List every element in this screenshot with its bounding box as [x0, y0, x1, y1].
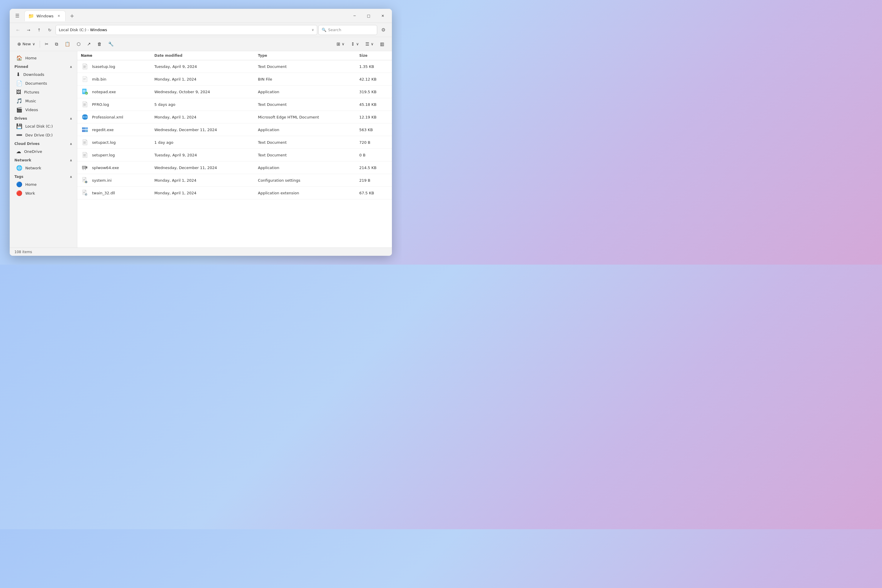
table-row[interactable]: dll twain_32.dll Monday, April 1, 2024 A…: [77, 187, 392, 200]
new-icon: ⊕: [17, 42, 21, 47]
sidebar-item-onedrive[interactable]: ☁ OneDrive: [12, 147, 75, 156]
settings-button[interactable]: ⚙: [378, 25, 388, 35]
file-size-5: 563 KB: [356, 123, 392, 136]
file-type-5: Application: [254, 123, 356, 136]
svg-rect-13: [84, 104, 86, 104]
up-button[interactable]: ↑: [34, 25, 44, 35]
sidebar-item-videos[interactable]: 🎬 Videos 📌: [12, 105, 75, 114]
file-type-1: BIN File: [254, 73, 356, 86]
pinned-chevron-icon[interactable]: ∧: [70, 65, 72, 69]
column-date-modified[interactable]: Date modified: [151, 51, 254, 60]
table-row[interactable]: N notepad.exe Wednesday, October 9, 2024…: [77, 86, 392, 98]
sidebar-item-documents[interactable]: 📄 Documents 📌: [12, 79, 75, 88]
sidebar-item-pictures-label: Pictures: [24, 90, 63, 94]
table-row[interactable]: setuperr.log Tuesday, April 9, 2024 Text…: [77, 149, 392, 161]
items-count: 108 items: [14, 250, 32, 254]
breadcrumb-separator: ›: [87, 28, 89, 32]
forward-button[interactable]: →: [24, 25, 33, 35]
svg-rect-6: [84, 80, 85, 80]
layout-button[interactable]: ☰ ∨: [363, 39, 376, 49]
drives-chevron-icon[interactable]: ∧: [70, 117, 72, 120]
close-button[interactable]: ✕: [376, 11, 390, 21]
window-tab[interactable]: 📁 Windows ✕: [24, 10, 66, 21]
sidebar-item-downloads[interactable]: ⬇ Downloads 📌: [12, 70, 75, 79]
svg-rect-44: [83, 192, 85, 192]
delete-button[interactable]: 🗑: [94, 39, 105, 49]
sidebar-item-dev-drive[interactable]: ➖ Dev Drive (D:): [12, 130, 75, 140]
file-explorer-window: ☰ 📁 Windows ✕ + ─ □ ✕ ← → ↑ ↻ Local Disk…: [10, 9, 392, 256]
table-row[interactable]: Professional.xml Monday, April 1, 2024 M…: [77, 111, 392, 123]
file-date-7: Tuesday, April 9, 2024: [151, 149, 254, 161]
table-row[interactable]: setupact.log 1 day ago Text Document 720…: [77, 136, 392, 149]
rename-button[interactable]: ⬡: [74, 39, 84, 49]
network-chevron-icon[interactable]: ∧: [70, 159, 72, 162]
table-row[interactable]: mib.bin Monday, April 1, 2024 BIN File 4…: [77, 73, 392, 86]
sidebar-item-network[interactable]: 🌐 Network: [12, 164, 75, 172]
minimize-button[interactable]: ─: [348, 11, 362, 21]
file-name-cell-5: regedit.exe: [77, 123, 151, 136]
share-button[interactable]: ↗: [84, 39, 94, 49]
file-type-10: Application extension: [254, 187, 356, 200]
properties-button[interactable]: 🔧: [105, 39, 117, 49]
table-row[interactable]: splwow64.exe Wednesday, December 11, 202…: [77, 161, 392, 174]
file-name-8: splwow64.exe: [92, 165, 119, 170]
tab-close-button[interactable]: ✕: [56, 13, 62, 19]
sidebar-item-home[interactable]: 🏠 Home: [12, 54, 75, 62]
file-date-0: Tuesday, April 9, 2024: [151, 60, 254, 73]
file-size-6: 720 B: [356, 136, 392, 149]
maximize-button[interactable]: □: [362, 11, 375, 21]
view-button[interactable]: ⊞ ∨: [334, 39, 348, 49]
hamburger-button[interactable]: ☰: [12, 10, 22, 21]
table-row[interactable]: system.ini Monday, April 1, 2024 Configu…: [77, 174, 392, 187]
table-row[interactable]: PFRO.log 5 days ago Text Document 45.18 …: [77, 98, 392, 111]
svg-rect-28: [84, 142, 86, 142]
sidebar-item-tag-work[interactable]: 🔴 Work: [12, 189, 75, 198]
sidebar: 🏠 Home Pinned ∧ ⬇ Downloads 📌 📄 Document…: [10, 51, 77, 248]
address-expand-button[interactable]: ∨: [312, 28, 314, 32]
pane-button[interactable]: ▥: [377, 39, 387, 49]
column-type[interactable]: Type: [254, 51, 356, 60]
new-tab-button[interactable]: +: [68, 11, 77, 21]
sidebar-item-tag-home-label: Home: [25, 182, 70, 187]
svg-rect-27: [84, 141, 86, 142]
refresh-button[interactable]: ↻: [45, 25, 54, 35]
copy-button[interactable]: ⧉: [52, 39, 61, 49]
sidebar-item-music[interactable]: 🎵 Music 📌: [12, 96, 75, 105]
column-name[interactable]: Name: [77, 51, 151, 60]
table-row[interactable]: regedit.exe Wednesday, December 11, 2024…: [77, 123, 392, 136]
navigation-bar: ← → ↑ ↻ Local Disk (C:) › Windows ∨ 🔍 Se…: [10, 23, 392, 37]
file-type-0: Text Document: [254, 60, 356, 73]
back-button[interactable]: ←: [13, 25, 22, 35]
sidebar-item-local-disk[interactable]: 💾 Local Disk (C:): [12, 122, 75, 130]
sort-icon: ↕: [351, 42, 355, 47]
onedrive-icon: ☁: [16, 148, 21, 154]
properties-icon: 🔧: [108, 42, 114, 47]
sidebar-item-pictures[interactable]: 🖼 Pictures 📌: [12, 88, 75, 96]
tags-chevron-icon[interactable]: ∧: [70, 175, 72, 179]
paste-button[interactable]: 📋: [62, 39, 73, 49]
sidebar-item-tag-home[interactable]: 🔵 Home: [12, 180, 75, 189]
documents-icon: 📄: [16, 80, 22, 86]
svg-rect-15: [84, 105, 86, 105]
drives-label: Drives: [14, 116, 27, 120]
new-button[interactable]: ⊕ New ∨: [14, 39, 38, 49]
tags-section-header: Tags ∧: [10, 172, 77, 180]
network-label: Network: [14, 158, 31, 162]
file-name-cell-3: PFRO.log: [77, 98, 151, 111]
cut-icon: ✂: [45, 42, 48, 47]
pictures-icon: 🖼: [16, 89, 21, 95]
sort-button[interactable]: ↕ ∨: [348, 39, 362, 49]
svg-rect-3: [84, 68, 86, 68]
search-box[interactable]: 🔍 Search: [318, 25, 377, 35]
sort-chevron-icon: ∨: [356, 42, 359, 46]
new-label: New: [22, 42, 31, 46]
table-row[interactable]: lsasetup.log Tuesday, April 9, 2024 Text…: [77, 60, 392, 73]
svg-rect-5: [84, 79, 86, 80]
file-name-3: PFRO.log: [92, 102, 109, 107]
drives-section-header: Drives ∧: [10, 114, 77, 122]
cloud-chevron-icon[interactable]: ∧: [70, 142, 72, 146]
file-name-1: mib.bin: [92, 77, 106, 81]
address-bar[interactable]: Local Disk (C:) › Windows ∨: [56, 25, 317, 35]
column-size[interactable]: Size: [356, 51, 392, 60]
cut-button[interactable]: ✂: [42, 39, 51, 49]
